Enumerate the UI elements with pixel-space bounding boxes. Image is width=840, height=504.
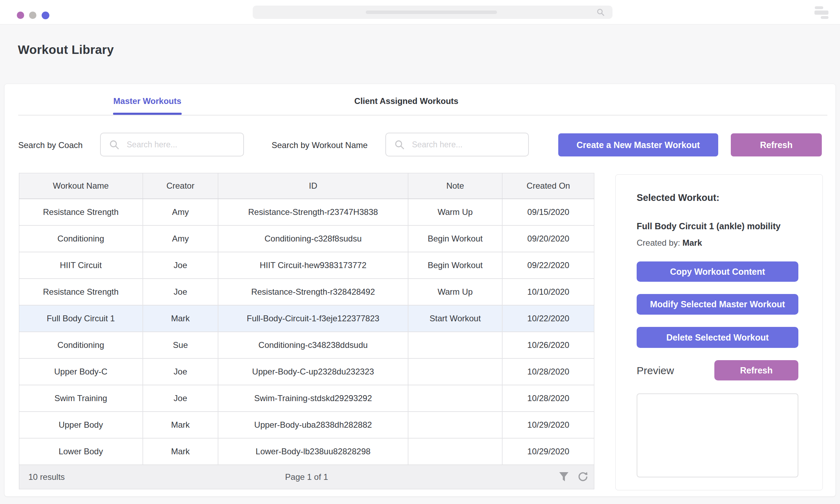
table-header-row: Workout NameCreatorIDNoteCreated On — [19, 173, 594, 199]
preview-refresh-button[interactable]: Refresh — [714, 360, 798, 380]
selected-workout-panel: Selected Workout: Full Body Circuit 1 (a… — [615, 174, 823, 490]
preview-label: Preview — [637, 365, 674, 377]
table-cell: Upper-Body-C-up2328du232323 — [218, 359, 408, 385]
table-cell: 10/28/2020 — [503, 359, 594, 385]
table-cell: Resistance-Strength-r23747H3838 — [218, 199, 408, 225]
table-cell: Amy — [143, 199, 219, 225]
created-by-label: Created by: — [637, 238, 680, 247]
table-row[interactable]: Lower BodyMarkLower-Body-lb238uu82828298… — [19, 439, 594, 465]
create-master-workout-button[interactable]: Create a New Master Workout — [558, 133, 718, 156]
table-cell: HIIT Circuit-hew9383173772 — [218, 252, 408, 278]
table-cell: Lower Body — [19, 439, 143, 464]
table-cell: 10/29/2020 — [503, 412, 594, 438]
created-by-line: Created by: Mark — [637, 238, 702, 248]
filter-funnel-icon[interactable] — [559, 472, 569, 482]
search-icon — [109, 140, 120, 150]
table-cell: Conditioning-c328f8sudsu — [218, 226, 408, 252]
table-row[interactable]: Full Body Circuit 1MarkFull-Body-Circuit… — [19, 306, 594, 332]
table-cell: Mark — [143, 306, 219, 331]
table-cell: Conditioning — [19, 332, 143, 358]
tab-client-assigned-workouts[interactable]: Client Assigned Workouts — [349, 96, 464, 106]
workout-library-card: Master Workouts Client Assigned Workouts… — [4, 84, 836, 497]
browser-address-bar[interactable] — [253, 6, 612, 19]
table-cell: 09/20/2020 — [503, 226, 594, 252]
delete-selected-workout-button[interactable]: Delete Selected Workout — [637, 327, 798, 348]
coach-search-field[interactable] — [100, 133, 244, 156]
table-body: Resistance StrengthAmyResistance-Strengt… — [19, 199, 594, 465]
table-row[interactable]: Swim TrainingJoeSwim-Training-stdskd2929… — [19, 385, 594, 412]
refresh-button[interactable]: Refresh — [731, 133, 822, 156]
selected-workout-name: Full Body Circuit 1 (ankle) mobility — [637, 221, 780, 231]
table-row[interactable]: Resistance StrengthJoeResistance-Strengt… — [19, 279, 594, 306]
table-cell: Joe — [143, 279, 219, 305]
table-cell: Swim-Training-stdskd29293292 — [218, 385, 408, 411]
tab-master-workouts[interactable]: Master Workouts — [113, 96, 182, 106]
table-cell: Begin Workout — [408, 252, 503, 278]
table-cell: 09/15/2020 — [503, 199, 594, 225]
table-row[interactable]: Resistance StrengthAmyResistance-Strengt… — [19, 199, 594, 226]
table-cell: Mark — [143, 412, 219, 438]
table-footer: 10 results Page 1 of 1 — [19, 465, 594, 489]
created-by-value: Mark — [682, 238, 702, 247]
modify-selected-workout-button[interactable]: Modify Selected Master Workout — [637, 294, 798, 315]
url-placeholder-line — [366, 10, 497, 14]
column-header: Created On — [503, 173, 594, 198]
selected-workout-heading: Selected Workout: — [637, 192, 720, 203]
copy-workout-content-button[interactable]: Copy Workout Content — [637, 261, 798, 282]
table-cell: Begin Workout — [408, 226, 503, 252]
table-cell — [408, 332, 503, 358]
workouts-table: Workout NameCreatorIDNoteCreated On Resi… — [19, 173, 594, 489]
window-dot[interactable] — [42, 12, 49, 19]
table-cell: 10/28/2020 — [503, 385, 594, 411]
search-by-workout-label: Search by Workout Name — [272, 140, 368, 150]
table-cell: HIIT Circuit — [19, 252, 143, 278]
workout-search-field[interactable] — [385, 133, 529, 156]
table-cell: 10/22/2020 — [503, 306, 594, 331]
table-cell: Joe — [143, 385, 219, 411]
table-cell: Warm Up — [408, 279, 503, 305]
table-cell — [408, 412, 503, 438]
page-title: Workout Library — [18, 43, 114, 57]
table-row[interactable]: ConditioningSueConditioning-c348238ddsud… — [19, 332, 594, 359]
table-cell: Upper Body — [19, 412, 143, 438]
table-cell: Start Workout — [408, 306, 503, 331]
column-header: Workout Name — [19, 173, 143, 198]
table-cell: Lower-Body-lb238uu82828298 — [218, 439, 408, 464]
table-cell: Upper-Body-uba2838dh282882 — [218, 412, 408, 438]
table-cell: 10/29/2020 — [503, 439, 594, 464]
table-cell: Resistance Strength — [19, 199, 143, 225]
table-row[interactable]: Upper BodyMarkUpper-Body-uba2838dh282882… — [19, 412, 594, 439]
menu-bars-icon[interactable] — [814, 6, 828, 19]
table-cell: Joe — [143, 252, 219, 278]
column-header: ID — [218, 173, 408, 198]
tabs-divider — [18, 115, 827, 115]
table-cell: Conditioning-c348238ddsudu — [218, 332, 408, 358]
table-cell: Upper Body-C — [19, 359, 143, 385]
table-cell: Warm Up — [408, 199, 503, 225]
window-dot[interactable] — [29, 12, 36, 19]
table-cell: Joe — [143, 359, 219, 385]
table-cell: Resistance-Strength-r328428492 — [218, 279, 408, 305]
table-cell: Resistance Strength — [19, 279, 143, 305]
table-cell: Mark — [143, 439, 219, 464]
table-cell — [408, 439, 503, 464]
table-row[interactable]: Upper Body-CJoeUpper-Body-C-up2328du2323… — [19, 359, 594, 385]
table-cell: 10/10/2020 — [503, 279, 594, 305]
search-icon — [394, 140, 405, 150]
table-cell: 09/22/2020 — [503, 252, 594, 278]
table-cell: Full Body Circuit 1 — [19, 306, 143, 331]
table-cell: Conditioning — [19, 226, 143, 252]
column-header: Creator — [143, 173, 219, 198]
browser-topbar — [0, 0, 840, 24]
table-cell: Amy — [143, 226, 219, 252]
table-cell: Swim Training — [19, 385, 143, 411]
table-row[interactable]: ConditioningAmyConditioning-c328f8sudsuB… — [19, 226, 594, 252]
refresh-icon[interactable] — [577, 471, 588, 483]
table-row[interactable]: HIIT CircuitJoeHIIT Circuit-hew938317377… — [19, 252, 594, 279]
search-by-coach-label: Search by Coach — [18, 140, 83, 150]
table-cell — [408, 359, 503, 385]
workout-search-input[interactable] — [412, 134, 523, 155]
coach-search-input[interactable] — [127, 134, 238, 155]
window-dot[interactable] — [17, 12, 24, 19]
table-cell: Sue — [143, 332, 219, 358]
